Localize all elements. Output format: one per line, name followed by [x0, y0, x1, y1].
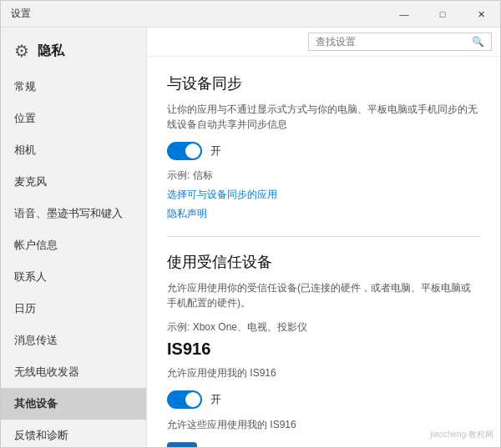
section2-toggle-label: 开: [210, 392, 221, 407]
window-controls: — □ ✕: [385, 1, 500, 27]
sidebar-item-microphone[interactable]: 麦克风: [1, 166, 146, 198]
sidebar-item-camera[interactable]: 相机: [1, 134, 146, 166]
minimize-button[interactable]: —: [385, 1, 423, 28]
sidebar-item-radio[interactable]: 无线电收发器: [1, 356, 146, 388]
section2-desc: 允许应用使用你的受信任设备(已连接的硬件，或者电脑、平板电脑或手机配置的硬件)。: [167, 280, 480, 310]
maximize-button[interactable]: □: [423, 1, 462, 28]
section2-toggle[interactable]: [167, 390, 202, 409]
settings-window: 设置 — □ ✕ ⚙ 隐私 常规 位置 相机 麦克风 语音、墨迹书写和键入 帐户…: [0, 0, 501, 448]
sidebar-item-feedback[interactable]: 反馈和诊断: [1, 420, 146, 447]
sidebar-item-messaging[interactable]: 消息传送: [1, 325, 146, 356]
sidebar-item-calendar[interactable]: 日历: [1, 293, 146, 325]
window-title: 设置: [11, 7, 31, 21]
section1-link2[interactable]: 隐私声明: [167, 207, 480, 221]
section1-toggle-knob: [185, 143, 200, 159]
search-icon: 🔍: [472, 36, 484, 48]
sidebar: ⚙ 隐私 常规 位置 相机 麦克风 语音、墨迹书写和键入 帐户信息 联系人 日历…: [1, 28, 147, 447]
sidebar-item-account[interactable]: 帐户信息: [1, 229, 146, 261]
sidebar-title: 隐私: [38, 43, 64, 60]
section2-toggle-row: 开: [167, 390, 480, 409]
section1-title: 与设备同步: [167, 73, 480, 93]
section2-toggle-knob: [185, 392, 200, 407]
content-wrapper: 🔍 与设备同步 让你的应用与不通过显示式方式与你的电脑、平板电脑或手机同步的无线…: [147, 28, 500, 447]
section1-link1[interactable]: 选择可与设备同步的应用: [167, 188, 480, 202]
top-bar: 🔍: [147, 28, 500, 57]
device-name: IS916: [167, 340, 480, 359]
app-row: Microsoft 手机助手 开: [167, 442, 480, 447]
close-button[interactable]: ✕: [462, 1, 500, 28]
main-content: ⚙ 隐私 常规 位置 相机 麦克风 语音、墨迹书写和键入 帐户信息 联系人 日历…: [1, 28, 500, 447]
section2-title: 使用受信任设备: [167, 252, 480, 272]
section-divider: [167, 236, 480, 237]
section2-allow-label: 允许应用使用我的 IS916: [167, 365, 480, 380]
sidebar-item-speech[interactable]: 语音、墨迹书写和键入: [1, 198, 146, 229]
section1-toggle-label: 开: [210, 143, 221, 159]
sidebar-item-other[interactable]: 其他设备: [1, 388, 146, 420]
search-box: 🔍: [308, 33, 492, 51]
search-input[interactable]: [316, 36, 472, 48]
sidebar-item-general[interactable]: 常规: [1, 71, 146, 103]
section1-toggle[interactable]: [167, 142, 202, 160]
section1-toggle-row: 开: [167, 142, 480, 160]
content-area: 与设备同步 让你的应用与不通过显示式方式与你的电脑、平板电脑或手机同步的无线设备…: [147, 57, 500, 447]
privacy-icon: ⚙: [14, 41, 29, 61]
watermark: jiaocheng·教程网: [430, 429, 493, 440]
app-icon: [167, 442, 197, 447]
sidebar-item-contacts[interactable]: 联系人: [1, 261, 146, 293]
sidebar-header: ⚙ 隐私: [1, 28, 146, 71]
section2-example: 示例: Xbox One、电视、投影仪: [167, 320, 480, 335]
section1-desc: 让你的应用与不通过显示式方式与你的电脑、平板电脑或手机同步的无线设备自动共享并同…: [167, 102, 480, 132]
titlebar: 设置 — □ ✕: [1, 1, 500, 28]
section1-example: 示例: 信标: [167, 169, 480, 183]
sidebar-item-location[interactable]: 位置: [1, 103, 146, 134]
